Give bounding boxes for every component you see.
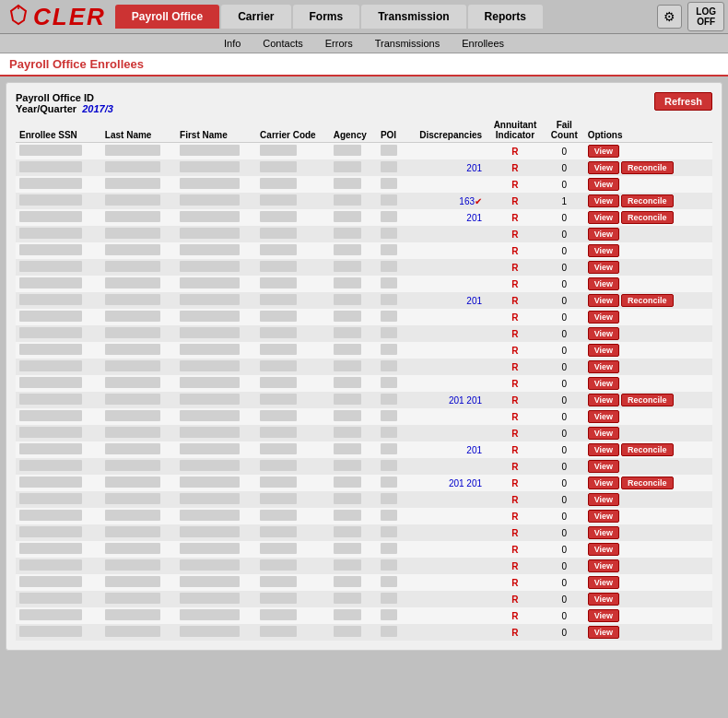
enrollees-table: Enrollee SSN Last Name First Name Carrie… bbox=[16, 118, 712, 641]
fail-count-cell: 1 bbox=[545, 193, 584, 209]
agency-cell bbox=[330, 176, 377, 193]
discrepancies-cell bbox=[405, 508, 486, 524]
annuity-indicator-cell: R bbox=[486, 259, 545, 276]
sub-nav-transmissions[interactable]: Transmissions bbox=[371, 36, 444, 51]
carrier-code-cell bbox=[256, 342, 330, 359]
reconcile-button[interactable]: Reconcile bbox=[621, 477, 674, 489]
table-body: R0View201R0ViewReconcileR0View163✔R1View… bbox=[16, 143, 712, 641]
logo-text: CLER bbox=[33, 3, 106, 31]
fail-count-cell: 0 bbox=[545, 342, 584, 359]
view-button[interactable]: View bbox=[588, 510, 619, 523]
header: CLER Payroll Office Carrier Forms Transm… bbox=[0, 0, 728, 34]
table-row: R0View bbox=[16, 342, 712, 359]
view-button[interactable]: View bbox=[588, 360, 619, 373]
view-button[interactable]: View bbox=[588, 593, 619, 606]
poi-cell bbox=[377, 475, 405, 491]
sub-nav-contacts[interactable]: Contacts bbox=[259, 36, 306, 51]
view-button[interactable]: View bbox=[588, 526, 619, 539]
nav-tab-forms[interactable]: Forms bbox=[293, 5, 360, 29]
last-name-cell bbox=[101, 193, 176, 209]
view-button[interactable]: View bbox=[588, 194, 619, 207]
nav-tab-reports[interactable]: Reports bbox=[468, 5, 543, 29]
view-button[interactable]: View bbox=[588, 626, 619, 639]
col-agency: Agency bbox=[330, 118, 377, 143]
page-title: Payroll Office Enrollees bbox=[9, 57, 144, 71]
options-cell: View bbox=[584, 508, 712, 524]
nav-tab-carrier[interactable]: Carrier bbox=[221, 5, 290, 29]
view-button[interactable]: View bbox=[588, 609, 619, 622]
view-button[interactable]: View bbox=[588, 477, 619, 489]
sub-nav-info[interactable]: Info bbox=[220, 36, 244, 51]
view-button[interactable]: View bbox=[588, 543, 619, 556]
ssn-cell bbox=[16, 441, 101, 458]
poi-cell bbox=[377, 325, 405, 342]
view-button[interactable]: View bbox=[588, 161, 619, 174]
view-button[interactable]: View bbox=[588, 394, 619, 406]
view-button[interactable]: View bbox=[588, 460, 619, 473]
logo: CLER bbox=[4, 2, 106, 31]
last-name-cell bbox=[101, 558, 176, 574]
last-name-cell bbox=[101, 541, 176, 558]
first-name-cell bbox=[176, 392, 256, 408]
view-button[interactable]: View bbox=[588, 294, 619, 307]
agency-cell bbox=[330, 309, 377, 325]
view-button[interactable]: View bbox=[588, 559, 619, 572]
fail-count-cell: 0 bbox=[545, 425, 584, 441]
view-button[interactable]: View bbox=[588, 410, 619, 423]
view-button[interactable]: View bbox=[588, 443, 619, 456]
poi-cell bbox=[377, 491, 405, 508]
refresh-button[interactable]: Refresh bbox=[654, 92, 712, 111]
poi-cell bbox=[377, 558, 405, 574]
view-button[interactable]: View bbox=[588, 311, 619, 324]
fail-count-cell: 0 bbox=[545, 242, 584, 259]
view-button[interactable]: View bbox=[588, 145, 619, 158]
view-button[interactable]: View bbox=[588, 178, 619, 191]
last-name-cell bbox=[101, 425, 176, 441]
view-button[interactable]: View bbox=[588, 261, 619, 274]
reconcile-button[interactable]: Reconcile bbox=[621, 394, 674, 406]
view-button[interactable]: View bbox=[588, 277, 619, 290]
annuity-indicator-cell: R bbox=[486, 342, 545, 359]
annuity-indicator-cell: R bbox=[486, 475, 545, 491]
view-button[interactable]: View bbox=[588, 211, 619, 224]
reconcile-button[interactable]: Reconcile bbox=[621, 211, 674, 224]
fail-count-cell: 0 bbox=[545, 226, 584, 242]
view-button[interactable]: View bbox=[588, 377, 619, 390]
view-button[interactable]: View bbox=[588, 327, 619, 340]
header-right: ⚙ LOG OFF bbox=[657, 2, 724, 31]
options-cell: View bbox=[584, 541, 712, 558]
nav-tab-transmission[interactable]: Transmission bbox=[361, 5, 465, 29]
sub-nav: Info Contacts Errors Transmissions Enrol… bbox=[0, 34, 728, 53]
table-row: R0View bbox=[16, 276, 712, 292]
annuity-indicator-cell: R bbox=[486, 375, 545, 392]
sub-nav-errors[interactable]: Errors bbox=[322, 36, 357, 51]
ssn-cell bbox=[16, 458, 101, 475]
first-name-cell bbox=[176, 325, 256, 342]
ssn-cell bbox=[16, 392, 101, 408]
fail-count-cell: 0 bbox=[545, 541, 584, 558]
sub-nav-enrollees[interactable]: Enrollees bbox=[458, 36, 508, 51]
view-button[interactable]: View bbox=[588, 427, 619, 440]
view-button[interactable]: View bbox=[588, 228, 619, 241]
agency-cell bbox=[330, 143, 377, 160]
ssn-cell bbox=[16, 159, 101, 176]
nav-tab-payroll-office[interactable]: Payroll Office bbox=[115, 5, 219, 29]
agency-cell bbox=[330, 524, 377, 541]
discrepancies-cell bbox=[405, 458, 486, 475]
view-button[interactable]: View bbox=[588, 244, 619, 257]
view-button[interactable]: View bbox=[588, 493, 619, 506]
settings-button[interactable]: ⚙ bbox=[657, 5, 682, 29]
view-button[interactable]: View bbox=[588, 344, 619, 357]
reconcile-button[interactable]: Reconcile bbox=[621, 194, 674, 207]
table-row: R0View bbox=[16, 524, 712, 541]
logout-button[interactable]: LOG OFF bbox=[687, 2, 724, 31]
reconcile-button[interactable]: Reconcile bbox=[621, 161, 674, 174]
table-row: R0View bbox=[16, 574, 712, 591]
agency-cell bbox=[330, 591, 377, 607]
carrier-code-cell bbox=[256, 309, 330, 325]
agency-cell bbox=[330, 607, 377, 624]
logo-icon bbox=[4, 2, 33, 31]
reconcile-button[interactable]: Reconcile bbox=[621, 294, 674, 307]
view-button[interactable]: View bbox=[588, 576, 619, 589]
reconcile-button[interactable]: Reconcile bbox=[621, 443, 674, 456]
